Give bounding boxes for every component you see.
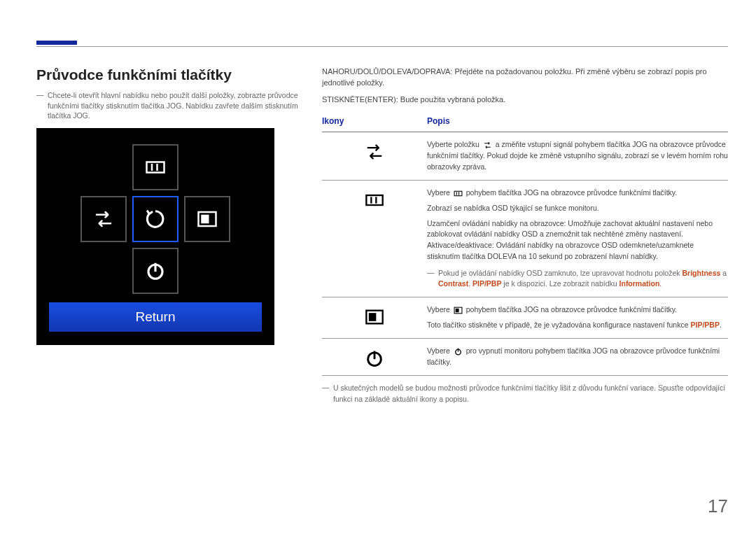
svg-rect-7 xyxy=(366,195,382,205)
text-fragment: . xyxy=(659,279,662,288)
row-icon-pip xyxy=(322,304,427,327)
keyword-pippbp: PIP/PBP xyxy=(690,321,719,329)
row-icon-source xyxy=(322,139,427,162)
keyword-pippbp: PIP/PBP xyxy=(472,279,501,288)
return-bar[interactable]: Return xyxy=(49,302,262,332)
table-footnote: U skutečných modelů se budou možnosti pr… xyxy=(322,383,728,405)
intro-p1: NAHORU/DOLŮ/DOLEVA/DOPRAVA: Přejděte na … xyxy=(322,66,728,89)
left-note: Chcete-li otevřít hlavní nabídku nebo po… xyxy=(36,90,302,121)
table-row: Vybere pohybem tlačítka JOG na obrazovce… xyxy=(322,181,728,297)
th-desc: Popis xyxy=(427,115,450,127)
power-icon xyxy=(365,349,384,368)
row-desc: Vybere pro vypnutí monitoru pohybem tlač… xyxy=(427,346,728,368)
table-row: Vybere pohybem tlačítka JOG na obrazovce… xyxy=(322,297,728,339)
header-accent-bar xyxy=(36,41,77,45)
source-icon xyxy=(483,140,492,151)
left-column: Průvodce funkčními tlačítky Chcete-li ot… xyxy=(36,66,302,405)
text-fragment: Vyberte položku xyxy=(427,140,482,148)
text-fragment: pro vypnutí monitoru pohybem tlačítka JO… xyxy=(427,346,720,366)
osd-power-button[interactable] xyxy=(132,248,178,294)
intro-p2: STISKNĚTE(ENTER): Bude použita vybraná p… xyxy=(322,94,728,106)
row-icon-menu xyxy=(322,188,427,210)
pip-icon xyxy=(365,307,384,327)
osd-pip-button[interactable] xyxy=(184,196,230,242)
osd-menu-button[interactable] xyxy=(132,144,178,190)
keyword-information: Information xyxy=(620,279,660,288)
row-desc: Vybere pohybem tlačítka JOG na obrazovce… xyxy=(427,304,728,331)
row-desc: Vyberte položku a změňte vstupní signál … xyxy=(427,139,728,173)
text-fragment: Zobrazí se nabídka OSD týkající se funkc… xyxy=(427,203,728,214)
svg-rect-4 xyxy=(201,215,209,224)
table-row: Vyberte položku a změňte vstupní signál … xyxy=(322,132,728,181)
text-fragment: Vybere xyxy=(427,346,452,355)
text-fragment: a xyxy=(720,269,727,277)
return-icon xyxy=(145,209,166,230)
page-content: Průvodce funkčními tlačítky Chcete-li ot… xyxy=(36,66,728,405)
th-icons: Ikony xyxy=(322,115,427,127)
power-icon xyxy=(145,260,166,281)
locked-osd-note: Pokud je ovládání nabídky OSD zamknuto, … xyxy=(427,268,728,290)
osd-return-button[interactable] xyxy=(132,196,178,242)
text-fragment: Toto tlačítko stiskněte v případě, že je… xyxy=(427,321,690,329)
menu-icon xyxy=(454,188,463,199)
text-fragment: . xyxy=(720,321,722,329)
power-icon xyxy=(454,346,463,357)
menu-icon xyxy=(145,157,166,178)
table-row: Vybere pro vypnutí monitoru pohybem tlač… xyxy=(322,339,728,376)
svg-rect-16 xyxy=(456,309,459,312)
svg-rect-14 xyxy=(369,313,377,321)
table-header: Ikony Popis xyxy=(322,115,728,132)
osd-source-button[interactable] xyxy=(80,196,127,242)
pip-icon xyxy=(454,304,463,316)
page-number: 17 xyxy=(708,496,728,517)
text-fragment: Vybere xyxy=(427,188,452,197)
svg-rect-10 xyxy=(454,191,462,196)
text-fragment: Pokud je ovládání nabídky OSD zamknuto, … xyxy=(438,269,682,277)
text-fragment: je k dispozici. Lze zobrazit nabídku xyxy=(501,279,619,288)
keyword-brightness: Brightness xyxy=(682,269,720,277)
keyword-contrast: Contrast xyxy=(438,279,468,288)
row-desc: Vybere pohybem tlačítka JOG na obrazovce… xyxy=(427,188,728,290)
osd-button-panel: Return xyxy=(36,128,274,345)
right-column: NAHORU/DOLŮ/DOLEVA/DOPRAVA: Přejděte na … xyxy=(322,66,728,405)
pip-icon xyxy=(197,209,218,230)
source-icon xyxy=(93,209,114,230)
icon-description-table: Ikony Popis Vyberte položku a změňte vst… xyxy=(322,115,728,405)
row-icon-power xyxy=(322,346,427,368)
text-fragment: Vybere xyxy=(427,305,452,314)
menu-icon xyxy=(365,190,384,210)
svg-rect-0 xyxy=(147,162,164,173)
header-rule xyxy=(36,46,728,47)
text-fragment: pohybem tlačítka JOG na obrazovce průvod… xyxy=(464,305,677,314)
source-icon xyxy=(365,142,384,162)
text-fragment: Uzamčení ovládání nabídky na obrazovce: … xyxy=(427,218,728,262)
text-fragment: pohybem tlačítka JOG na obrazovce průvod… xyxy=(464,188,677,197)
page-heading: Průvodce funkčními tlačítky xyxy=(36,66,302,83)
